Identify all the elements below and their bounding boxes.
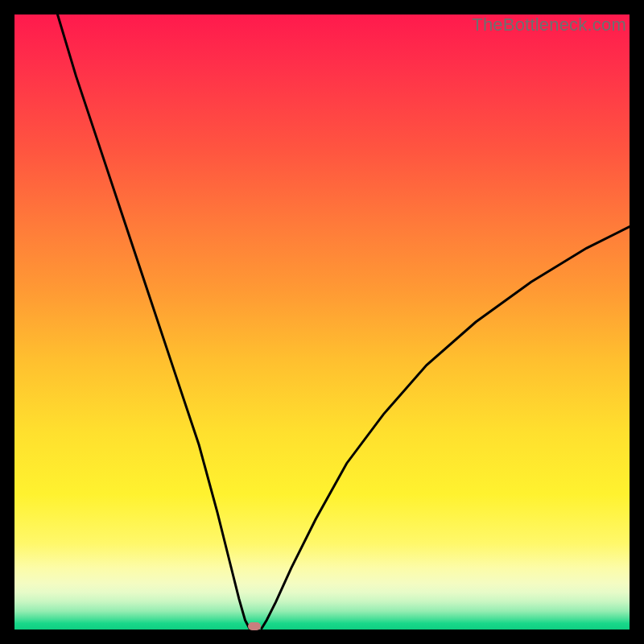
chart-frame: TheBottleneck.com [14, 14, 630, 630]
bottleneck-curve [14, 14, 630, 630]
curve-left-branch [58, 14, 250, 629]
minimum-marker-dot [248, 622, 261, 630]
curve-right-branch [262, 227, 630, 629]
